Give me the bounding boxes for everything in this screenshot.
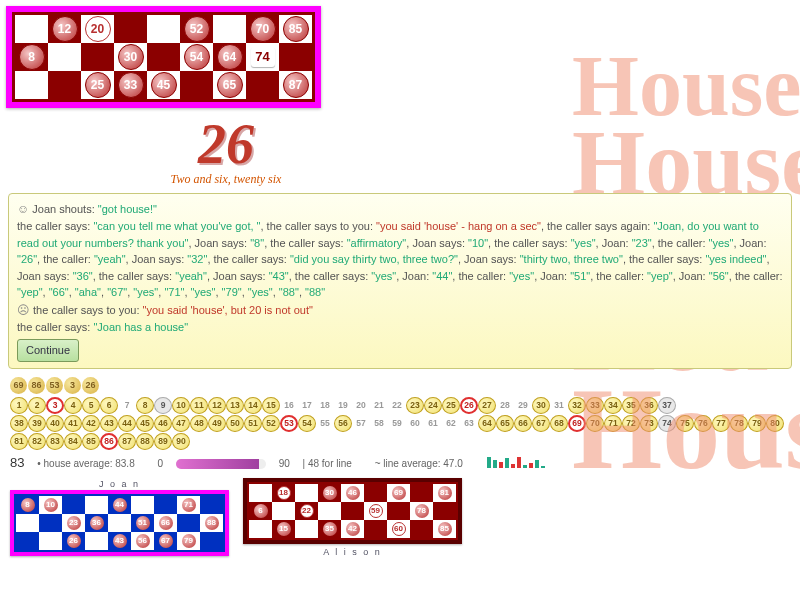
board-num-54: 54	[298, 415, 316, 432]
smiley-icon: ☺	[17, 202, 29, 216]
board-num-67: 67	[532, 415, 550, 432]
card-cell-54[interactable]: 54	[184, 44, 210, 70]
board-num-83: 83	[46, 433, 64, 450]
card-cell-70[interactable]: 70	[250, 16, 276, 42]
mini-cell: 56	[136, 534, 150, 548]
mini-cell: 67	[159, 534, 173, 548]
board-num-37: 37	[658, 397, 676, 414]
board-num-48: 48	[190, 415, 208, 432]
mini-cell: 51	[136, 516, 150, 530]
board-num-24: 24	[424, 397, 442, 414]
mini-card-joan[interactable]: 810447123365166882643566779	[10, 490, 229, 556]
board-num-1: 1	[10, 397, 28, 414]
mini-cell: 26	[67, 534, 81, 548]
card-cell-65[interactable]: 65	[217, 72, 243, 98]
board-num-51: 51	[244, 415, 262, 432]
board-num-6: 6	[100, 397, 118, 414]
board-num-20: 20	[352, 397, 370, 414]
mini-card-alison[interactable]: 183046698162259781535426085	[243, 478, 462, 544]
board-num-27: 27	[478, 397, 496, 414]
board-num-59: 59	[388, 415, 406, 432]
board-num-16: 16	[280, 397, 298, 414]
board-num-42: 42	[82, 415, 100, 432]
board-num-70: 70	[586, 415, 604, 432]
mini-cell: 71	[182, 498, 196, 512]
player-name-alison: A l i s o n	[243, 547, 462, 557]
board-num-5: 5	[82, 397, 100, 414]
board-num-66: 66	[514, 415, 532, 432]
board-num-35: 35	[622, 397, 640, 414]
card-cell-45[interactable]: 45	[151, 72, 177, 98]
board-num-75: 75	[676, 415, 694, 432]
board-num-9: 9	[154, 397, 172, 414]
board-num-15: 15	[262, 397, 280, 414]
card-cell-8[interactable]: 8	[19, 44, 45, 70]
board-num-29: 29	[514, 397, 532, 414]
stats-bar: 83 • house average: 83.8 0 90 | 48 for l…	[10, 455, 790, 471]
board-num-64: 64	[478, 415, 496, 432]
board-num-34: 34	[604, 397, 622, 414]
board-num-39: 39	[28, 415, 46, 432]
board-num-47: 47	[172, 415, 190, 432]
mini-cell: 60	[392, 522, 406, 536]
board-num-85: 85	[82, 433, 100, 450]
board-num-19: 19	[334, 397, 352, 414]
board-num-87: 87	[118, 433, 136, 450]
card-cell-12[interactable]: 12	[52, 16, 78, 42]
board-num-26: 26	[460, 397, 478, 414]
board-num-57: 57	[352, 415, 370, 432]
board-num-58: 58	[370, 415, 388, 432]
player-card-main[interactable]: 12205270858305464742533456587	[6, 6, 321, 108]
board-num-33: 33	[586, 397, 604, 414]
mini-cell: 35	[323, 522, 337, 536]
board-num-7: 7	[118, 397, 136, 414]
card-cell-30[interactable]: 30	[118, 44, 144, 70]
recent-ball: 26	[82, 377, 99, 394]
board-num-73: 73	[640, 415, 658, 432]
mini-cell: 30	[323, 486, 337, 500]
mini-cell: 43	[113, 534, 127, 548]
board-num-46: 46	[154, 415, 172, 432]
call-number: 26	[126, 116, 326, 172]
mini-cell: 22	[300, 504, 314, 518]
board-num-80: 80	[766, 415, 784, 432]
card-cell-25[interactable]: 25	[85, 72, 111, 98]
mini-cell: 81	[438, 486, 452, 500]
mini-cell: 79	[182, 534, 196, 548]
mini-cell: 42	[346, 522, 360, 536]
card-cell-33[interactable]: 33	[118, 72, 144, 98]
sad-icon: ☹	[17, 303, 30, 317]
board-num-17: 17	[298, 397, 316, 414]
board-num-89: 89	[154, 433, 172, 450]
card-cell-85[interactable]: 85	[283, 16, 309, 42]
board-num-52: 52	[262, 415, 280, 432]
board-num-41: 41	[64, 415, 82, 432]
board-num-30: 30	[532, 397, 550, 414]
board-num-2: 2	[28, 397, 46, 414]
board-num-82: 82	[28, 433, 46, 450]
board-num-38: 38	[10, 415, 28, 432]
mini-cell: 10	[44, 498, 58, 512]
board-num-22: 22	[388, 397, 406, 414]
board-num-44: 44	[118, 415, 136, 432]
continue-button[interactable]: Continue	[17, 339, 79, 362]
board-num-21: 21	[370, 397, 388, 414]
board-num-4: 4	[64, 397, 82, 414]
board-num-55: 55	[316, 415, 334, 432]
card-cell-87[interactable]: 87	[283, 72, 309, 98]
card-cell-52[interactable]: 52	[184, 16, 210, 42]
board-num-90: 90	[172, 433, 190, 450]
card-cell-20[interactable]: 20	[85, 16, 111, 42]
board-num-49: 49	[208, 415, 226, 432]
recent-ball: 3	[64, 377, 81, 394]
card-cell-64[interactable]: 64	[217, 44, 243, 70]
card-cell-74[interactable]: 74	[251, 47, 275, 67]
mini-cell: 8	[21, 498, 35, 512]
board-num-79: 79	[748, 415, 766, 432]
game-log: ☺ Joan shouts: "got house!" the caller s…	[8, 193, 792, 369]
mini-cell: 85	[438, 522, 452, 536]
board-num-43: 43	[100, 415, 118, 432]
board-num-12: 12	[208, 397, 226, 414]
board-num-68: 68	[550, 415, 568, 432]
mini-cell: 69	[392, 486, 406, 500]
